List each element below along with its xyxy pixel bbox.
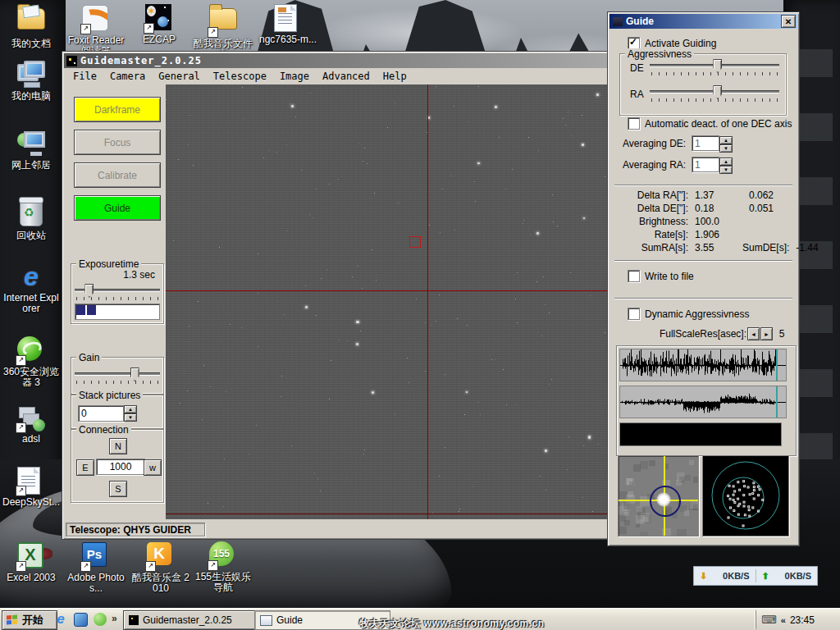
- dynamic-aggressivness-checkbox[interactable]: Dynamic Aggressivness: [628, 308, 749, 320]
- menu-image[interactable]: Image: [274, 69, 315, 84]
- desktop-icon-my-documents[interactable]: 我的文档: [2, 3, 61, 49]
- averaging-ra-spinner[interactable]: ▲▼: [719, 158, 733, 172]
- desktop-icon-155-nav[interactable]: 155↗ 155生活娱乐导航: [194, 540, 253, 593]
- checkbox-box[interactable]: [628, 117, 640, 130]
- guide-button[interactable]: Guide: [74, 195, 161, 221]
- star: [523, 223, 523, 224]
- spin-up-icon[interactable]: ▲: [719, 136, 733, 144]
- desktop-icon-ezcap[interactable]: ✶↗ EZCAP: [130, 3, 189, 45]
- desktop-icon-excel-2003[interactable]: X↗ Excel 2003: [2, 540, 61, 583]
- stack-pictures-spinner[interactable]: ▲▼: [124, 405, 137, 420]
- guidemaster-titlebar[interactable]: Guidemaster_2.0.25: [64, 53, 610, 68]
- guide-camera-image[interactable]: [166, 84, 609, 519]
- stack-pictures-input[interactable]: 0: [78, 405, 124, 422]
- start-button[interactable]: 开始: [2, 610, 57, 630]
- star: [425, 371, 426, 372]
- guide-star-thumbnail: [618, 455, 699, 536]
- desktop-icon-my-computer[interactable]: 我的电脑: [2, 61, 61, 102]
- tray-collapse-chevron[interactable]: «: [781, 615, 786, 625]
- desktop-icon-foxit-reader[interactable]: ↗ Foxit Reader 阅读器: [66, 3, 126, 57]
- quicklaunch-icon[interactable]: [72, 611, 89, 628]
- calibrate-button[interactable]: Calibrate: [74, 162, 161, 188]
- star: [347, 340, 348, 341]
- slider-thumb[interactable]: [713, 85, 722, 99]
- desktop-icon-photoshop[interactable]: Ps↗ Adobe Photos...: [66, 540, 126, 594]
- slider-thumb[interactable]: [84, 284, 94, 298]
- auto-deact-checkbox[interactable]: Automatic deact. of one DEC axis: [628, 117, 792, 130]
- star: [331, 360, 331, 361]
- desktop-icon-ngc7635[interactable]: ngc7635-m...: [258, 3, 317, 45]
- star: [309, 214, 310, 215]
- menu-general[interactable]: General: [153, 69, 206, 84]
- desktop-icon-network-places[interactable]: 网上邻居: [2, 130, 61, 171]
- quicklaunch-overflow-chevron[interactable]: »: [112, 613, 117, 624]
- focus-button[interactable]: Focus: [74, 130, 161, 155]
- connection-south-button[interactable]: S: [109, 481, 127, 497]
- brightness-row: Brightness: 100.0: [616, 216, 794, 229]
- desktop-icon-internet-explorer[interactable]: e Internet Explorer: [2, 262, 61, 314]
- averaging-de-spinner[interactable]: ▲▼: [719, 136, 733, 151]
- menu-camera[interactable]: Camera: [104, 69, 151, 84]
- slider-track[interactable]: [75, 372, 160, 376]
- checkbox-box[interactable]: [628, 270, 640, 282]
- keyboard-tray-icon[interactable]: ⌨: [761, 614, 777, 626]
- separator: [614, 260, 792, 262]
- desktop-icon-kuwo-music-2010[interactable]: K↗ 酷我音乐盒 2010: [131, 540, 190, 594]
- spin-up-icon[interactable]: ▲: [719, 158, 733, 166]
- de-correction-graph: [619, 386, 787, 418]
- fullscale-right-arrow-icon[interactable]: ►: [760, 327, 773, 340]
- menu-file[interactable]: File: [67, 69, 103, 84]
- star: [416, 299, 417, 299]
- darkframe-button[interactable]: Darkframe: [74, 97, 161, 122]
- checkbox-box[interactable]: ✓: [628, 37, 640, 49]
- ra-aggressivness-slider[interactable]: [650, 85, 779, 102]
- desktop-icon-adsl[interactable]: ↗ adsl: [2, 404, 61, 445]
- delta-ra-row: Delta RA["]: 1.37 0.062: [616, 189, 794, 203]
- slider-thumb[interactable]: [130, 368, 139, 381]
- fullscale-left-arrow-icon[interactable]: ◄: [747, 327, 760, 340]
- noise-square: [679, 505, 687, 513]
- star: [582, 497, 583, 498]
- quicklaunch-360-icon[interactable]: [92, 611, 108, 628]
- shortcut-arrow-icon: ↗: [208, 560, 218, 571]
- desktop-icon-360-browser[interactable]: ↗ 360安全浏览器 3: [2, 335, 61, 388]
- write-to-file-checkbox[interactable]: Write to file: [628, 270, 694, 282]
- spin-down-icon[interactable]: ▼: [719, 166, 733, 174]
- menu-advanced[interactable]: Advanced: [317, 69, 376, 84]
- noise-square: [633, 464, 641, 472]
- connection-north-button[interactable]: N: [109, 438, 127, 454]
- star: [184, 373, 185, 374]
- de-aggressivness-slider[interactable]: [650, 59, 779, 75]
- menu-help[interactable]: Help: [377, 69, 413, 84]
- activate-guiding-checkbox[interactable]: ✓ Activate Guiding: [628, 37, 716, 49]
- spin-down-icon[interactable]: ▼: [124, 413, 137, 422]
- quicklaunch-internet-explorer-icon[interactable]: e: [52, 611, 69, 628]
- averaging-ra-input[interactable]: 1: [692, 157, 719, 172]
- star: [317, 478, 318, 479]
- connection-duration-input[interactable]: 1000: [96, 459, 145, 475]
- desktop-icon-deepskyst[interactable]: ↗ DeepSkySt...: [2, 466, 61, 508]
- network-speed-widget[interactable]: ⬇ 0KB/S ⬆ 0KB/S: [693, 566, 818, 586]
- menu-telescope[interactable]: Telescope: [208, 69, 272, 84]
- star: [605, 176, 605, 177]
- exposure-slider[interactable]: [75, 284, 160, 300]
- spin-up-icon[interactable]: ▲: [124, 405, 137, 413]
- gain-slider[interactable]: [75, 368, 160, 384]
- sum-row: SumRA[s]: 3.55 SumDE[s]: -1.44: [616, 242, 794, 255]
- guidemaster-window: Guidemaster_2.0.25 File Camera General T…: [62, 51, 613, 540]
- guide-dialog-titlebar[interactable]: Guide ✕: [609, 14, 797, 29]
- averaging-de-input[interactable]: 1: [692, 135, 719, 151]
- close-icon[interactable]: ✕: [781, 15, 796, 28]
- checkbox-label: Dynamic Aggressivness: [645, 308, 749, 320]
- connection-east-button[interactable]: E: [76, 459, 94, 476]
- connection-west-button[interactable]: w: [144, 459, 162, 476]
- slider-thumb[interactable]: [713, 59, 722, 73]
- star: [588, 436, 591, 438]
- star: [491, 359, 492, 360]
- star: [523, 220, 524, 221]
- checkbox-box[interactable]: [628, 308, 640, 320]
- star: [258, 253, 258, 254]
- spin-down-icon[interactable]: ▼: [719, 144, 733, 153]
- taskbar-task-guidemaster[interactable]: Guidemaster_2.0.25: [123, 610, 259, 630]
- desktop-icon-recycle-bin[interactable]: ♻ 回收站: [2, 199, 61, 241]
